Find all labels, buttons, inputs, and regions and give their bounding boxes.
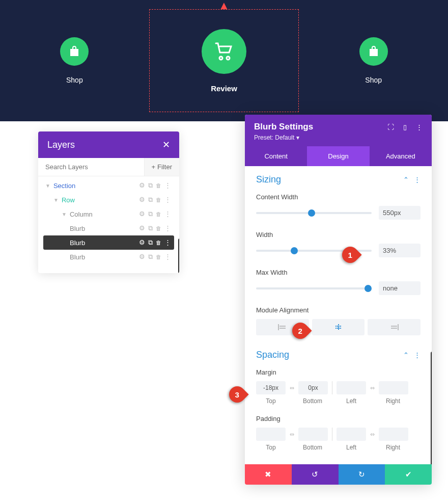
max-width-label: Max Width (256, 269, 421, 276)
layers-panel: Layers ✕ +Filter ▼ Section ▼ Row ▼ Colum… (38, 131, 179, 273)
more-icon[interactable]: ⋮ (414, 351, 421, 359)
tab-content[interactable]: Content (245, 146, 307, 166)
settings-header: Blurb Settings ⛶ ▯ ⋮ Preset: Default ▾ (245, 115, 432, 146)
tab-design[interactable]: Design (307, 146, 369, 166)
duplicate-icon[interactable] (148, 253, 153, 261)
tree-column[interactable]: ▼ Column (43, 207, 174, 221)
trash-icon[interactable] (156, 196, 161, 204)
layers-tree: ▼ Section ▼ Row ▼ Column Blurb Blurb Blu… (38, 176, 179, 273)
content-width-label: Content Width (256, 193, 421, 201)
padding-right-input[interactable] (379, 428, 408, 441)
tree-blurb-active[interactable]: Blurb (43, 235, 174, 250)
trash-icon[interactable] (156, 253, 161, 261)
shop-icon-left (60, 37, 89, 66)
banner-col-left: Shop (0, 0, 149, 121)
tree-section[interactable]: ▼ Section (43, 178, 174, 193)
margin-bottom-input[interactable] (298, 381, 328, 394)
gear-icon[interactable] (139, 181, 145, 190)
tab-advanced[interactable]: Advanced (370, 146, 432, 166)
more-icon[interactable] (164, 253, 171, 261)
settings-body: Sizing ⌃⋮ Content Width Width Max Width … (245, 166, 432, 464)
gear-icon[interactable] (139, 224, 145, 232)
duplicate-icon[interactable] (148, 239, 153, 247)
banner-label-center: Review (211, 84, 237, 93)
footer-bar: ✖ ↺ ↻ ✔ (245, 464, 432, 485)
duplicate-icon[interactable] (148, 196, 153, 204)
link-icon[interactable]: ⇔ (368, 385, 377, 391)
link-icon[interactable]: ⇔ (288, 431, 296, 438)
duplicate-icon[interactable] (148, 224, 153, 232)
chevron-down-icon[interactable]: ▼ (53, 197, 59, 203)
gear-icon[interactable] (139, 196, 145, 204)
trash-icon[interactable] (156, 224, 161, 232)
duplicate-icon[interactable] (148, 210, 153, 218)
more-icon[interactable] (164, 239, 171, 247)
content-width-input[interactable] (379, 206, 421, 220)
margin-right-input[interactable] (379, 381, 408, 394)
banner-label-right: Shop (365, 76, 382, 84)
more-icon[interactable] (164, 210, 171, 218)
align-right-button[interactable] (368, 319, 421, 335)
width-label: Width (256, 231, 421, 239)
shop-icon-right (359, 37, 388, 66)
chevron-down-icon[interactable]: ▼ (45, 183, 50, 189)
chevron-down-icon[interactable]: ▼ (62, 211, 67, 217)
top-banner: ▲ Shop Review Shop (0, 0, 448, 121)
padding-left-input[interactable] (337, 428, 366, 441)
chevron-up-icon[interactable]: ⌃ (403, 351, 409, 359)
chevron-up-icon[interactable]: ⌃ (403, 176, 409, 183)
settings-panel: Blurb Settings ⛶ ▯ ⋮ Preset: Default ▾ C… (245, 115, 432, 485)
duplicate-icon[interactable] (148, 181, 153, 190)
margin-label: Margin (256, 368, 421, 376)
banner-col-center[interactable]: Review (149, 9, 299, 112)
spacing-section-head[interactable]: Spacing ⌃⋮ (256, 350, 421, 360)
padding-label: Padding (256, 415, 421, 422)
preset-dropdown[interactable]: Preset: Default ▾ (254, 134, 423, 141)
undo-button[interactable]: ↺ (292, 464, 339, 485)
banner-col-right: Shop (299, 0, 448, 121)
align-center-button[interactable] (312, 319, 365, 335)
column-icon[interactable]: ▯ (403, 123, 407, 131)
gear-icon[interactable] (139, 210, 145, 218)
link-icon[interactable]: ⇔ (368, 431, 377, 438)
filter-button[interactable]: +Filter (144, 158, 179, 176)
padding-top-input[interactable] (256, 428, 286, 441)
layers-scrollbar[interactable] (178, 239, 179, 273)
more-icon[interactable]: ⋮ (416, 123, 423, 131)
cart-icon (202, 29, 246, 74)
alignment-label: Module Alignment (256, 306, 421, 314)
settings-tabs: Content Design Advanced (245, 146, 432, 166)
tree-blurb[interactable]: Blurb (43, 250, 174, 264)
margin-left-input[interactable] (337, 381, 366, 394)
max-width-slider[interactable] (256, 287, 372, 289)
settings-scrollbar[interactable] (431, 352, 432, 464)
more-icon[interactable] (164, 181, 171, 190)
cancel-button[interactable]: ✖ (245, 464, 292, 485)
width-input[interactable] (379, 244, 421, 257)
tree-blurb[interactable]: Blurb (43, 221, 174, 235)
more-icon[interactable] (164, 224, 171, 232)
search-input[interactable] (38, 158, 144, 176)
trash-icon[interactable] (156, 239, 161, 247)
layers-title: Layers (47, 140, 75, 150)
trash-icon[interactable] (156, 181, 161, 190)
tree-row[interactable]: ▼ Row (43, 193, 174, 207)
save-button[interactable]: ✔ (385, 464, 432, 485)
more-icon[interactable]: ⋮ (414, 176, 421, 183)
content-width-slider[interactable] (256, 212, 372, 214)
padding-bottom-input[interactable] (298, 428, 328, 441)
more-icon[interactable] (164, 196, 171, 204)
redo-button[interactable]: ↻ (339, 464, 385, 485)
banner-label-left: Shop (66, 76, 83, 84)
close-icon[interactable]: ✕ (162, 139, 170, 150)
gear-icon[interactable] (139, 253, 145, 261)
expand-icon[interactable]: ⛶ (387, 123, 394, 131)
gear-icon[interactable] (139, 239, 145, 247)
trash-icon[interactable] (156, 210, 161, 218)
settings-title: Blurb Settings (254, 122, 313, 132)
link-icon[interactable]: ⇔ (288, 385, 296, 391)
arrow-up-icon: ▲ (218, 0, 230, 12)
max-width-input[interactable] (379, 281, 421, 295)
sizing-section-head[interactable]: Sizing ⌃⋮ (256, 174, 421, 185)
margin-top-input[interactable] (256, 381, 286, 394)
